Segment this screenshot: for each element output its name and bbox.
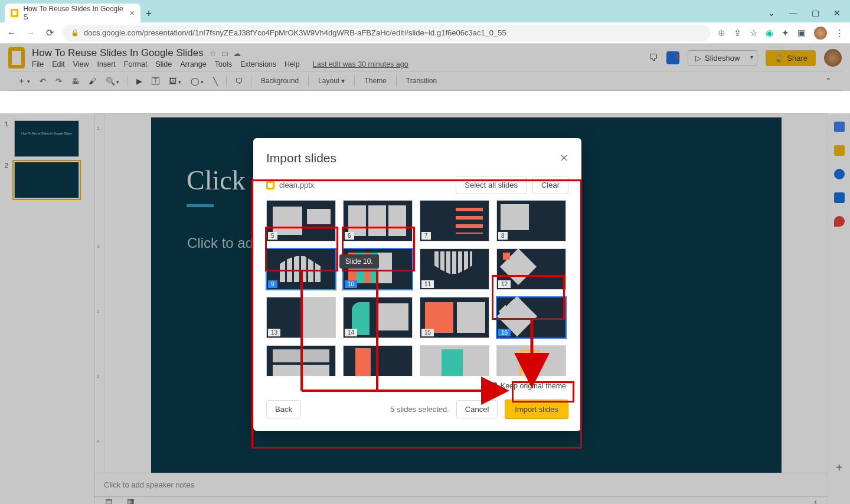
keep-theme-checkbox[interactable] <box>489 382 497 390</box>
import-button[interactable]: Import slides <box>505 400 568 419</box>
back-icon[interactable]: ← <box>6 28 18 38</box>
url-text: docs.google.com/presentation/d/1nI7fsnyZ… <box>84 28 506 37</box>
new-tab-button[interactable]: + <box>140 8 157 22</box>
new-slide-button[interactable]: ＋ <box>14 73 34 89</box>
bookmark-icon[interactable]: ☆ <box>750 28 757 38</box>
slide-thumb-14[interactable]: 14 <box>343 297 413 338</box>
textbox-tool[interactable]: 🅃 <box>148 74 163 88</box>
menu-help[interactable]: Help <box>285 60 300 68</box>
zoom-dropdown[interactable]: 🔍 <box>102 74 123 88</box>
selection-count: 5 slides selected. <box>390 405 449 414</box>
maps-icon[interactable] <box>834 216 845 227</box>
close-window-icon[interactable]: ✕ <box>833 8 841 18</box>
comments-icon[interactable]: 🗨 <box>649 53 658 63</box>
menu-arrange[interactable]: Arrange <box>180 60 206 68</box>
background-button[interactable]: Background <box>256 74 303 87</box>
slideshow-dropdown[interactable]: ▾ <box>747 50 757 66</box>
contacts-icon[interactable] <box>834 192 845 203</box>
undo-button[interactable]: ↶ <box>36 74 50 88</box>
select-all-button[interactable]: Select all slides <box>456 176 527 194</box>
extension-grammarly-icon[interactable]: ◉ <box>766 28 773 38</box>
menu-tools[interactable]: Tools <box>215 60 232 68</box>
keep-icon[interactable] <box>834 145 845 156</box>
slide-thumb-9[interactable]: 9 <box>266 248 336 290</box>
speaker-notes[interactable]: Click to add speaker notes <box>94 473 828 496</box>
clear-selection-button[interactable]: Clear <box>532 176 568 194</box>
url-input[interactable]: 🔒 docs.google.com/presentation/d/1nI7fsn… <box>63 25 711 41</box>
redo-button[interactable]: ↷ <box>52 74 66 88</box>
image-tool[interactable]: 🖼 <box>165 74 185 88</box>
filmstrip-thumb-selected[interactable] <box>14 162 79 198</box>
chevron-down-icon[interactable]: ⌄ <box>768 8 775 18</box>
slide-thumb-13[interactable]: 13 <box>266 297 336 338</box>
slides-logo-icon[interactable] <box>8 47 25 68</box>
tasks-icon[interactable] <box>834 169 845 179</box>
menu-extensions[interactable]: Extensions <box>240 60 276 68</box>
slide-thumb-11[interactable]: 11 <box>420 248 489 290</box>
menu-insert[interactable]: Insert <box>97 60 116 68</box>
slide-thumb-10[interactable]: 10 <box>343 248 413 290</box>
tab-close-icon[interactable]: × <box>130 8 135 18</box>
slide-thumb-5[interactable]: 5 <box>266 200 336 241</box>
slide-thumb-20[interactable]: 20 <box>496 345 566 376</box>
kebab-menu-icon[interactable]: ⋮ <box>835 28 844 38</box>
shape-tool[interactable]: ◯ <box>187 74 208 88</box>
profile-avatar[interactable] <box>814 27 827 40</box>
maximize-icon[interactable]: ▢ <box>812 8 819 18</box>
star-icon[interactable]: ☆ <box>210 49 217 58</box>
grid-view-icon[interactable]: ▦ <box>127 497 135 504</box>
select-tool[interactable]: ▶ <box>133 74 146 88</box>
minimize-icon[interactable]: — <box>789 8 797 18</box>
print-button[interactable]: 🖶 <box>68 74 83 88</box>
side-rail-toggle-icon[interactable]: ▣ <box>797 28 806 38</box>
slide-thumb-15[interactable]: 15 <box>420 297 489 338</box>
calendar-icon[interactable] <box>834 122 845 132</box>
move-icon[interactable]: ▭ <box>221 49 228 58</box>
slide-thumb-19[interactable]: 19 <box>420 345 489 376</box>
window-controls: ⌄ — ▢ ✕ <box>768 8 850 22</box>
slide-thumb-7[interactable]: 7 <box>420 200 489 241</box>
filmstrip-thumb[interactable]: How To Reuse Slides In Google Slides <box>14 120 79 157</box>
menu-file[interactable]: File <box>32 60 44 68</box>
extensions-icon[interactable]: ✦ <box>782 28 789 38</box>
theme-button[interactable]: Theme <box>359 74 391 87</box>
menu-view[interactable]: View <box>73 60 89 68</box>
zoom-icon[interactable]: ⊕ <box>718 28 725 38</box>
side-panel-rail: + <box>828 113 850 504</box>
slide-thumb-12[interactable]: 12 <box>496 248 566 290</box>
filmstrip-item[interactable]: 2 <box>0 159 94 201</box>
slide-picker-grid[interactable]: 567891011121314151617181920 Slide 10. <box>253 200 581 376</box>
keep-theme-label: Keep original theme <box>501 382 566 390</box>
menu-format[interactable]: Format <box>124 60 148 68</box>
transition-button[interactable]: Transition <box>401 74 442 87</box>
slide-thumb-17[interactable]: 17 <box>266 345 336 376</box>
collapse-toolbar-icon[interactable]: ⌃ <box>820 74 836 87</box>
layout-button[interactable]: Layout ▾ <box>313 74 349 87</box>
dialog-close-icon[interactable]: ✕ <box>560 152 568 165</box>
share-button[interactable]: 🔒 Share <box>766 50 816 66</box>
menu-slide[interactable]: Slide <box>155 60 172 68</box>
paint-format-button[interactable]: 🖌 <box>85 74 100 88</box>
slide-thumb-8[interactable]: 8 <box>496 200 566 241</box>
menu-edit[interactable]: Edit <box>52 60 65 68</box>
last-edit-link[interactable]: Last edit was 30 minutes ago <box>313 60 408 68</box>
comment-tool[interactable]: 🗨 <box>231 74 246 88</box>
explore-chevron-icon[interactable]: ‹ <box>814 497 817 504</box>
browser-tab[interactable]: How To Reuse Slides In Google S × <box>5 4 140 22</box>
filmstrip-item[interactable]: 1 How To Reuse Slides In Google Slides <box>0 118 94 159</box>
add-addon-icon[interactable]: + <box>836 461 843 474</box>
document-title[interactable]: How To Reuse Slides In Google Slides <box>32 47 204 58</box>
slideshow-button[interactable]: ▷ Slideshow <box>688 50 747 66</box>
forward-icon[interactable]: → <box>25 28 37 38</box>
line-tool[interactable]: ╲ <box>210 74 221 88</box>
back-button[interactable]: Back <box>266 400 301 418</box>
cancel-button[interactable]: Cancel <box>456 400 498 418</box>
meet-icon[interactable] <box>666 51 679 64</box>
slide-thumb-16[interactable]: 16 <box>496 297 566 338</box>
account-avatar[interactable] <box>824 49 842 67</box>
share-page-icon[interactable]: ⇪ <box>734 28 741 38</box>
reload-icon[interactable]: ⟳ <box>44 27 55 38</box>
slide-thumb-18[interactable]: 18 <box>343 345 413 376</box>
filmstrip-view-icon[interactable]: ▤ <box>105 497 113 504</box>
slide-thumb-6[interactable]: 6 <box>343 200 413 241</box>
